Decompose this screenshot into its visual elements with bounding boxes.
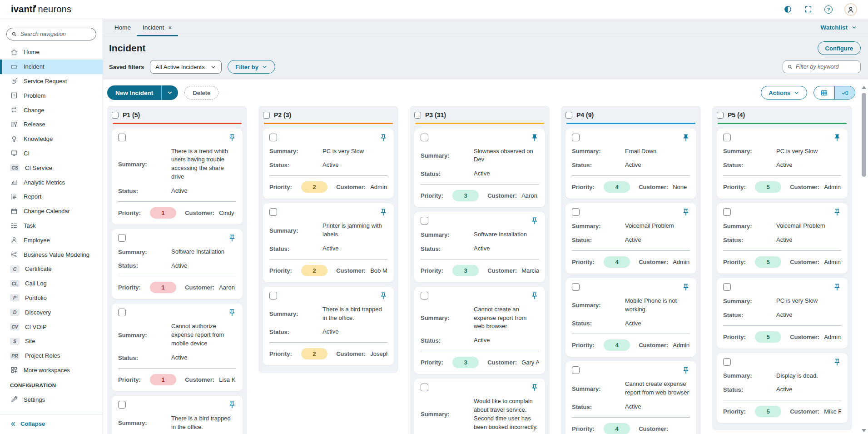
sidebar-item-settings[interactable]: Settings bbox=[0, 392, 103, 407]
card-checkbox[interactable] bbox=[421, 134, 428, 141]
incident-card[interactable]: Summary:Display is dead.Status:ActivePri… bbox=[717, 353, 848, 424]
incident-card[interactable]: Summary:Software InstallationStatus:Acti… bbox=[112, 229, 243, 299]
pin-icon[interactable] bbox=[228, 234, 236, 242]
incident-card[interactable]: Summary:Cannot create an expense report … bbox=[414, 287, 545, 374]
card-checkbox[interactable] bbox=[723, 358, 731, 366]
column-checkbox[interactable] bbox=[565, 112, 572, 119]
fullscreen-icon[interactable] bbox=[804, 5, 813, 14]
sidebar-item-report[interactable]: Report bbox=[0, 190, 103, 204]
incident-card[interactable]: Summary:There is a trend whith users hav… bbox=[112, 129, 243, 224]
pin-icon[interactable] bbox=[531, 134, 539, 142]
incident-card[interactable]: Summary:Would like to complain about tra… bbox=[414, 379, 545, 434]
incident-card[interactable]: Summary:Slowness observed on DevStatus:A… bbox=[414, 129, 545, 208]
pin-icon[interactable] bbox=[379, 134, 387, 142]
sidebar-item-change[interactable]: Change bbox=[0, 103, 103, 117]
pin-icon[interactable] bbox=[531, 217, 539, 225]
card-checkbox[interactable] bbox=[572, 208, 580, 216]
sidebar-item-problem[interactable]: Problem bbox=[0, 88, 103, 103]
card-checkbox[interactable] bbox=[723, 283, 731, 291]
new-incident-button[interactable]: New Incident bbox=[107, 85, 161, 100]
sidebar-item-project-roles[interactable]: PRProject Roles bbox=[0, 349, 103, 363]
pin-icon[interactable] bbox=[379, 208, 387, 216]
help-icon[interactable]: ? bbox=[824, 5, 833, 14]
sidebar-item-service-request[interactable]: Service Request bbox=[0, 74, 103, 89]
sidebar-item-task[interactable]: Task bbox=[0, 219, 103, 233]
card-checkbox[interactable] bbox=[269, 292, 277, 299]
card-checkbox[interactable] bbox=[572, 134, 580, 141]
incident-card[interactable]: Summary:PC is very SlowStatus:ActivePrio… bbox=[717, 278, 848, 349]
pin-icon[interactable] bbox=[228, 134, 236, 142]
pin-icon[interactable] bbox=[682, 208, 690, 216]
incident-card[interactable]: Summary:Voicemail ProblemStatus:ActivePr… bbox=[565, 203, 696, 274]
sidebar-item-employee[interactable]: Employee bbox=[0, 233, 103, 247]
pin-icon[interactable] bbox=[833, 358, 841, 366]
collapse-button[interactable]: Collapse bbox=[0, 414, 103, 434]
sidebar-item-release[interactable]: Release bbox=[0, 117, 103, 132]
incident-card[interactable]: Summary:Printer is jamming with labels.S… bbox=[263, 203, 394, 282]
card-checkbox[interactable] bbox=[723, 134, 731, 141]
incident-card[interactable]: Summary:PC is very SlowStatus:ActivePrio… bbox=[263, 129, 394, 199]
configure-button[interactable]: Configure bbox=[818, 41, 861, 55]
sidebar-item-business-value-modeling[interactable]: Business Value Modeling bbox=[0, 247, 103, 262]
incident-card[interactable]: Summary:Email DownStatus:ActivePriority:… bbox=[565, 129, 696, 199]
card-checkbox[interactable] bbox=[118, 134, 126, 141]
incident-card[interactable]: Summary:Software InstallationStatus:Acti… bbox=[414, 212, 545, 282]
new-incident-dropdown[interactable] bbox=[162, 85, 178, 100]
sidebar-item-ci-service[interactable]: CSCI Service bbox=[0, 160, 103, 175]
sidebar-item-incident[interactable]: Incident bbox=[0, 60, 103, 74]
sidebar-search[interactable] bbox=[6, 28, 96, 40]
tab-close-icon[interactable]: × bbox=[168, 25, 172, 31]
pin-icon[interactable] bbox=[833, 134, 841, 142]
card-checkbox[interactable] bbox=[421, 217, 428, 224]
column-checkbox[interactable] bbox=[263, 112, 270, 119]
sidebar-item-change-calendar[interactable]: Change Calendar bbox=[0, 204, 103, 219]
pin-icon[interactable] bbox=[682, 134, 690, 142]
tab-home[interactable]: Home bbox=[109, 19, 137, 36]
pin-icon[interactable] bbox=[531, 384, 539, 392]
watchlist-dropdown[interactable]: Watchlist bbox=[820, 24, 857, 31]
card-checkbox[interactable] bbox=[118, 234, 126, 242]
tab-incident[interactable]: Incident × bbox=[137, 19, 178, 36]
pin-icon[interactable] bbox=[379, 292, 387, 300]
keyword-input[interactable] bbox=[796, 64, 856, 70]
delete-button[interactable]: Delete bbox=[184, 86, 218, 100]
table-view-button[interactable] bbox=[814, 86, 834, 99]
column-checkbox[interactable] bbox=[112, 112, 119, 119]
incident-card[interactable]: Summary:Voicemail ProblemStatus:ActivePr… bbox=[717, 203, 848, 274]
keyword-filter[interactable] bbox=[783, 60, 861, 73]
card-checkbox[interactable] bbox=[572, 366, 580, 374]
incident-card[interactable]: Summary:Cannot authorize expense report … bbox=[112, 304, 243, 391]
sidebar-item-site[interactable]: SSite bbox=[0, 334, 103, 349]
incident-card[interactable]: Summary:PC is very SlowStatus:ActivePrio… bbox=[717, 129, 848, 199]
filter-by-button[interactable]: Filter by bbox=[228, 60, 275, 74]
card-checkbox[interactable] bbox=[572, 283, 580, 291]
pin-icon[interactable] bbox=[531, 292, 539, 300]
sidebar-item-more-workspaces[interactable]: More workspaces bbox=[0, 363, 103, 378]
sidebar-item-discovery[interactable]: DDiscovery bbox=[0, 305, 103, 319]
column-checkbox[interactable] bbox=[414, 112, 421, 119]
pin-icon[interactable] bbox=[228, 401, 236, 409]
sidebar-item-portfolio[interactable]: PPortfolio bbox=[0, 291, 103, 305]
card-checkbox[interactable] bbox=[421, 292, 428, 299]
sidebar-item-call-log[interactable]: CLCall Log bbox=[0, 276, 103, 291]
pin-icon[interactable] bbox=[228, 309, 236, 317]
scroll-down-arrow[interactable] bbox=[862, 429, 866, 432]
sidebar-item-certificate[interactable]: CCertificate bbox=[0, 262, 103, 276]
sidebar-item-knowledge[interactable]: Knowledge bbox=[0, 132, 103, 146]
saved-filter-select[interactable]: All Active Incidents bbox=[150, 60, 222, 74]
card-checkbox[interactable] bbox=[269, 208, 277, 216]
scroll-up-arrow[interactable] bbox=[862, 86, 866, 89]
incident-card[interactable]: Summary:There is a bird trapped in the o… bbox=[263, 287, 394, 366]
sidebar-item-home[interactable]: Home bbox=[0, 45, 103, 60]
sidebar-item-ci-voip[interactable]: CVCI VOIP bbox=[0, 319, 103, 334]
column-checkbox[interactable] bbox=[717, 112, 724, 119]
pin-icon[interactable] bbox=[833, 283, 841, 291]
pin-icon[interactable] bbox=[682, 366, 690, 374]
card-checkbox[interactable] bbox=[421, 384, 428, 391]
card-checkbox[interactable] bbox=[118, 401, 126, 409]
incident-card[interactable]: Summary:There is a bird trapped in the o… bbox=[112, 396, 243, 434]
pin-icon[interactable] bbox=[682, 283, 690, 291]
incident-card[interactable]: Summary:Mobile Phone is not workingStatu… bbox=[565, 278, 696, 357]
scrollbar-thumb[interactable] bbox=[862, 93, 866, 177]
card-checkbox[interactable] bbox=[269, 134, 277, 141]
